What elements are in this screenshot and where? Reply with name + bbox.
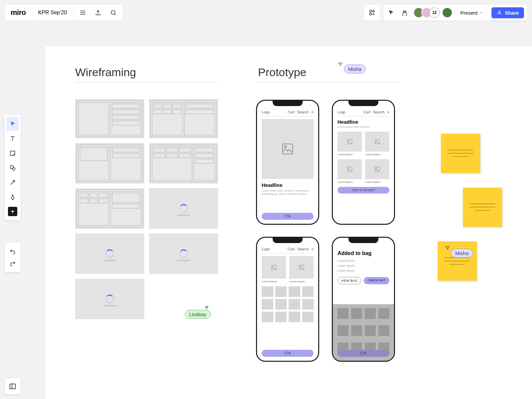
- body-text: Lorem ipsum dolor sit amet, consectetur …: [262, 189, 314, 196]
- svg-point-13: [499, 11, 500, 13]
- svg-point-38: [300, 266, 301, 267]
- caption: Lorem ipsum: [337, 153, 362, 156]
- person-add-icon: [497, 10, 502, 15]
- text-tool[interactable]: [7, 132, 19, 146]
- spinner-icon: [105, 249, 114, 258]
- phone-notch: [348, 238, 378, 243]
- app-logo[interactable]: miro: [5, 5, 32, 21]
- logo-label: Logo: [262, 247, 270, 251]
- cart-label: Cart: [363, 110, 370, 114]
- wireframe-thumb[interactable]: [75, 143, 144, 184]
- line-item: Lorem ipsum: [337, 269, 389, 272]
- frames-panel-button[interactable]: [5, 378, 21, 394]
- image-placeholder: [365, 159, 389, 179]
- arrow-tool[interactable]: [7, 176, 19, 190]
- pen-tool[interactable]: [7, 190, 19, 204]
- present-label: Present: [461, 10, 478, 16]
- collaborator-avatars[interactable]: 12: [413, 7, 453, 18]
- wireframe-loading[interactable]: wireframe: [75, 233, 144, 274]
- svg-point-17: [12, 168, 15, 170]
- add-tool[interactable]: [8, 207, 17, 216]
- image-placeholder: [365, 132, 389, 152]
- checkout-button: CHECK OUT: [364, 277, 389, 284]
- reactions-icon[interactable]: [400, 8, 409, 17]
- subhead: Lorem ipsum dolor sit amet: [337, 125, 389, 128]
- cursor-tool-icon[interactable]: [387, 8, 396, 17]
- caption: Lorem ipsum: [262, 280, 286, 283]
- sticky-note[interactable]: [441, 134, 480, 173]
- share-button[interactable]: Share: [491, 7, 524, 18]
- phone-notch: [348, 101, 378, 106]
- share-label: Share: [505, 10, 519, 16]
- wireframe-loading[interactable]: wireframe: [75, 279, 144, 319]
- wireframe-thumb[interactable]: [75, 99, 144, 138]
- view-bag-button: VIEW BAG: [337, 277, 361, 284]
- hamburger-icon: ≡: [312, 247, 314, 251]
- collaborator-cursor: Lindsey: [185, 310, 211, 319]
- present-button[interactable]: Present: [457, 7, 488, 18]
- search-label: Search: [297, 110, 309, 114]
- sticky-note[interactable]: [463, 188, 502, 227]
- apps-button[interactable]: [364, 5, 380, 21]
- svg-point-28: [348, 140, 349, 141]
- canvas[interactable]: Wireframing wireframe wireframe wirefram…: [45, 47, 532, 399]
- undo-button[interactable]: [7, 245, 19, 257]
- logo-label: Logo: [337, 110, 345, 114]
- cta-button: CTA: [262, 213, 314, 220]
- board-header: miro KPR Sep'20: [5, 5, 123, 21]
- wireframe-thumb[interactable]: [75, 188, 144, 229]
- loading-label: wireframe: [177, 259, 190, 262]
- export-icon[interactable]: [91, 6, 105, 20]
- svg-point-32: [348, 168, 349, 169]
- svg-point-26: [285, 146, 286, 148]
- caption: Lorem ipsum: [337, 181, 362, 184]
- image-placeholder: [262, 119, 314, 179]
- prototype-screen-2[interactable]: LogoCartSearch≡ Headline Lorem ipsum dol…: [332, 100, 395, 225]
- tools-toolbar: [5, 115, 21, 220]
- wireframe-loading[interactable]: wireframe: [149, 233, 218, 274]
- svg-line-18: [11, 181, 15, 185]
- image-placeholder: [262, 256, 286, 279]
- prototype-screen-4[interactable]: Added to bag Lorem ipsum Lorem ipsum Lor…: [332, 237, 395, 362]
- select-tool[interactable]: [7, 117, 19, 131]
- main-menu-icon[interactable]: [76, 6, 90, 20]
- sticky-note-tool[interactable]: [7, 146, 19, 160]
- line-item: Lorem ipsum: [337, 264, 389, 267]
- sticky-note[interactable]: [438, 241, 477, 281]
- wireframing-section[interactable]: Wireframing wireframe wireframe wirefram…: [75, 66, 218, 319]
- cta-button-dimmed: CTA: [337, 350, 389, 357]
- shape-tool[interactable]: [7, 161, 19, 175]
- wireframe-thumb[interactable]: [149, 99, 218, 138]
- search-label: Search: [297, 247, 309, 251]
- svg-point-30: [376, 140, 376, 141]
- caption: Lorem ipsum: [289, 280, 314, 283]
- image-placeholder: [337, 159, 362, 179]
- cart-label: Cart: [288, 110, 295, 114]
- search-label: Search: [373, 110, 385, 114]
- wireframe-thumb[interactable]: [149, 143, 218, 184]
- search-icon[interactable]: [106, 6, 120, 20]
- loading-label: wireframe: [103, 259, 116, 262]
- loading-label: wireframe: [103, 304, 116, 307]
- cart-label: Cart: [288, 247, 295, 251]
- redo-button[interactable]: [7, 257, 19, 269]
- svg-point-8: [369, 13, 371, 15]
- prototype-screen-3[interactable]: LogoCartSearch≡ Lorem ipsum Lorem ipsum …: [256, 237, 319, 362]
- add-to-basket-button: ADD TO BASKET: [337, 187, 389, 194]
- section-title: Prototype: [258, 66, 398, 79]
- prototype-screen-1[interactable]: LogoCartSearch≡ Headline Lorem ipsum dol…: [256, 100, 319, 225]
- phone-notch: [273, 101, 303, 106]
- prototype-section[interactable]: Prototype: [258, 66, 398, 82]
- svg-rect-21: [10, 384, 16, 389]
- bag-title: Added to bag: [337, 250, 389, 256]
- chevron-down-icon: [479, 11, 483, 15]
- caption: Lorem ipsum: [365, 153, 389, 156]
- board-name[interactable]: KPR Sep'20: [32, 10, 73, 16]
- cursor-username: Misha: [455, 250, 468, 256]
- cta-button: CTA: [262, 350, 314, 357]
- svg-line-5: [115, 14, 116, 15]
- history-toolbar: [5, 243, 21, 272]
- wireframe-loading[interactable]: wireframe: [149, 188, 218, 229]
- svg-point-36: [272, 266, 273, 267]
- spinner-icon: [179, 204, 188, 213]
